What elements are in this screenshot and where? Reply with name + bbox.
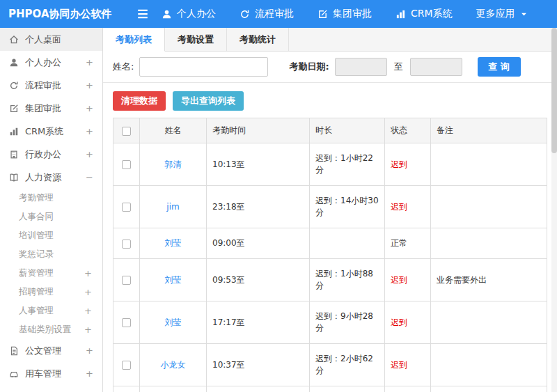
nav-item-label: 流程审批 [255,8,294,20]
row-checkbox[interactable] [122,160,131,169]
sidebar-subitem-personnel-management[interactable]: 人事管理+ [0,301,102,320]
attendance-table: 姓名考勤时间时长状态备注郭清10:13至迟到：1小时22分迟到jim23:18至… [113,118,547,392]
nav-item-label: 更多应用 [476,8,515,20]
column-header: 状态 [385,118,431,143]
sidebar-item-human-resources[interactable]: 人力资源− [0,166,102,189]
employee-name-cell: 管理员 [140,386,207,392]
tab-attendance-stats[interactable]: 考勤统计 [227,28,289,51]
sidebar-subitem-hr-contract[interactable]: 人事合同 [0,207,102,226]
expand-icon[interactable]: + [84,306,92,315]
select-all-checkbox[interactable] [122,127,131,136]
sidebar-item-personal-desktop[interactable]: 个人桌面 [0,28,102,51]
date-to-input[interactable] [410,58,462,76]
flow-icon [9,81,19,91]
expand-icon[interactable]: + [84,269,92,278]
expand-icon[interactable]: + [86,127,93,136]
expand-icon[interactable]: + [86,58,93,67]
row-checkbox[interactable] [122,240,131,249]
expand-icon[interactable]: + [86,150,93,159]
tab-attendance-list[interactable]: 考勤列表 [103,28,165,52]
tab-attendance-settings[interactable]: 考勤设置 [165,28,227,51]
sidebar-item-label: 行政办公 [25,148,86,161]
sidebar-subitem-reward-punishment[interactable]: 奖惩记录 [0,245,102,264]
status-cell: 迟到 [385,186,431,228]
duration-cell: 迟到：1小时88分 [310,259,385,301]
user-icon [162,9,172,19]
duration-cell: 迟到：14小时30分 [310,186,385,228]
menu-icon[interactable] [136,8,149,20]
chart-icon [395,9,406,19]
table-row: jim23:18至迟到：14小时30分迟到 [113,186,547,228]
search-button[interactable]: 查 询 [478,57,521,77]
top-nav: 个人办公流程审批集团审批CRM系统更多应用 [162,8,528,20]
main-content: 考勤列表考勤设置考勤统计 姓名: 考勤日期: 至 查 询 清理数据 导出查询列表… [103,28,557,392]
sidebar-subitem-attendance-management[interactable]: 考勤管理 [0,189,102,207]
row-checkbox[interactable] [122,276,131,285]
nav-item-label: 个人办公 [177,8,216,20]
attendance-time-cell: 09:53至 [207,259,310,301]
sidebar-subitem-recruitment-management[interactable]: 招聘管理+ [0,283,102,301]
sidebar-subitem-label: 招聘管理 [19,286,84,298]
sidebar: 个人桌面个人办公+流程审批+集团审批+CRM系统+行政办公+人力资源−考勤管理人… [0,28,103,392]
note-cell: 业务需要外出 [431,259,547,301]
top-header: PHPOA协同办公软件 个人办公流程审批集团审批CRM系统更多应用 [0,0,557,28]
sidebar-item-group-approval[interactable]: 集团审批+ [0,97,102,120]
nav-item-personal-office[interactable]: 个人办公 [162,8,216,20]
row-select-cell [113,186,140,228]
sidebar-subitem-label: 考勤管理 [19,192,92,204]
row-select-cell [113,259,140,301]
employee-name-link[interactable]: 小龙女 [161,360,186,370]
row-checkbox[interactable] [122,203,131,212]
sidebar-item-personal-office[interactable]: 个人办公+ [0,51,102,74]
expand-icon[interactable]: + [86,104,93,113]
sidebar-subitem-label: 薪资管理 [19,267,84,279]
duration-cell: 迟到：9小时28分 [310,301,385,344]
sidebar-item-label: 用车管理 [25,368,86,380]
nav-item-group-approval[interactable]: 集团审批 [317,8,372,20]
sidebar-subitem-salary-management[interactable]: 薪资管理+ [0,264,102,283]
sidebar-item-doc-management[interactable]: 公文管理+ [0,339,102,362]
nav-item-workflow-approval[interactable]: 流程审批 [240,8,294,20]
collapse-icon[interactable]: − [86,173,93,182]
export-list-button[interactable]: 导出查询列表 [173,91,244,111]
expand-icon[interactable]: + [84,288,92,297]
row-select-cell [113,143,140,186]
sidebar-subitem-training-management[interactable]: 培训管理 [0,226,102,245]
sidebar-item-label: 个人办公 [25,56,86,69]
attendance-table-wrap: 姓名考勤时间时长状态备注郭清10:13至迟到：1小时22分迟到jim23:18至… [103,118,557,392]
date-from-input[interactable] [335,58,387,76]
scrollbar-thumb[interactable] [551,28,557,153]
duration-cell [310,228,385,259]
attendance-time-cell: 09:00至 [207,228,310,259]
name-filter-input[interactable] [139,57,268,77]
nav-item-label: CRM系统 [411,8,453,20]
expand-icon[interactable]: + [86,81,93,90]
sidebar-item-label: 个人桌面 [25,33,93,46]
sidebar-item-vehicle-management[interactable]: 用车管理+ [0,362,102,385]
expand-icon[interactable]: + [84,325,92,334]
nav-item-crm-system[interactable]: CRM系统 [395,8,453,20]
sidebar-subitem-base-category-settings[interactable]: 基础类别设置+ [0,320,102,339]
sidebar-item-label: 人力资源 [25,171,86,184]
expand-icon[interactable]: + [86,346,93,355]
expand-icon[interactable]: + [86,369,93,378]
status-cell: 迟到 [385,344,431,386]
sidebar-item-admin-office[interactable]: 行政办公+ [0,143,102,166]
table-row: 刘莹09:53至迟到：1小时88分迟到业务需要外出 [113,259,547,301]
scrollbar[interactable] [551,28,557,392]
row-checkbox[interactable] [122,361,131,370]
nav-item-more-apps[interactable]: 更多应用 [476,8,528,20]
clean-data-button[interactable]: 清理数据 [113,91,166,111]
employee-name-link[interactable]: 郭清 [165,159,182,169]
employee-name-link[interactable]: 刘莹 [165,238,182,248]
row-checkbox[interactable] [122,318,131,327]
row-select-cell [113,228,140,259]
employee-name-link[interactable]: 刘莹 [165,317,182,327]
employee-name-link[interactable]: jim [166,202,179,212]
employee-name-link[interactable]: 刘莹 [165,275,182,285]
row-select-cell [113,344,140,386]
sidebar-item-crm-system[interactable]: CRM系统+ [0,120,102,143]
sidebar-item-workflow-approval[interactable]: 流程审批+ [0,74,102,97]
caret-icon [520,10,528,18]
filter-bar: 姓名: 考勤日期: 至 查 询 [103,52,557,83]
